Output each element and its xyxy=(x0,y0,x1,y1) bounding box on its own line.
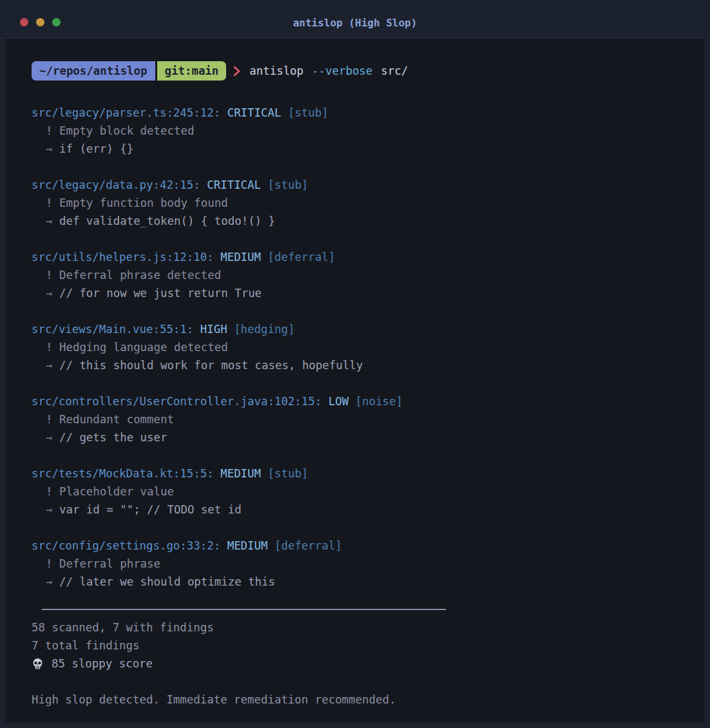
finding-code: var id = ""; // TODO set id xyxy=(59,503,242,516)
finding-block: src/legacy/data.py:42:15: CRITICAL [stub… xyxy=(32,176,705,230)
finding-code-line: → def validate_token() { todo!() } xyxy=(32,212,705,230)
finding-message-line: ! Empty function body found xyxy=(32,194,705,212)
finding-block: src/legacy/parser.ts:245:12: CRITICAL [s… xyxy=(32,104,705,158)
finding-severity: MEDIUM xyxy=(220,467,261,480)
skull-icon xyxy=(32,658,44,670)
finding-code: // later we should optimize this xyxy=(59,575,275,588)
finding-arrow-icon: → xyxy=(46,215,52,227)
finding-message-line: ! Placeholder value xyxy=(32,483,705,501)
finding-bang-icon: ! xyxy=(46,485,52,498)
finding-tag: [hedging] xyxy=(234,323,294,336)
finding-bang-icon: ! xyxy=(46,196,52,209)
finding-header: src/legacy/data.py:42:15: CRITICAL [stub… xyxy=(32,176,705,194)
prompt-line: ~/repos/antislop git:main antislop --ver… xyxy=(32,61,705,81)
terminal-window: antislop (High Slop) ~/repos/antislop gi… xyxy=(0,0,710,728)
finding-code: def validate_token() { todo!() } xyxy=(59,215,275,227)
finding-code: // for now we just return True xyxy=(59,287,262,300)
finding-message-line: ! Deferral phrase detected xyxy=(32,266,705,284)
finding-header: src/legacy/parser.ts:245:12: CRITICAL [s… xyxy=(32,104,705,122)
finding-tag: [stub] xyxy=(268,467,309,480)
finding-message: Empty block detected xyxy=(59,124,194,137)
finding-tag: [stub] xyxy=(268,178,309,191)
finding-block: src/views/Main.vue:55:1: HIGH [hedging] … xyxy=(32,320,705,374)
finding-message: Deferral phrase xyxy=(59,557,160,570)
finding-location: src/utils/helpers.js:12:10: xyxy=(32,251,214,263)
finding-bang-icon: ! xyxy=(46,341,52,354)
summary-divider xyxy=(42,609,446,610)
finding-severity: CRITICAL xyxy=(207,178,261,191)
finding-bang-icon: ! xyxy=(46,413,52,426)
finding-location: src/legacy/parser.ts:245:12: xyxy=(32,106,220,119)
finding-severity: LOW xyxy=(329,395,349,408)
finding-code: // this should work for most cases, hope… xyxy=(59,359,363,372)
finding-location: src/config/settings.go:33:2: xyxy=(32,539,220,552)
finding-severity: CRITICAL xyxy=(227,106,282,119)
finding-header: src/controllers/UserController.java:102:… xyxy=(32,392,705,410)
findings-list: src/legacy/parser.ts:245:12: CRITICAL [s… xyxy=(32,104,705,591)
finding-bang-icon: ! xyxy=(46,269,52,282)
finding-tag: [deferral] xyxy=(268,251,336,263)
finding-message: Hedging language detected xyxy=(59,341,228,354)
prompt-chevron-icon xyxy=(233,65,241,77)
finding-tag: [stub] xyxy=(288,106,329,119)
total-findings-summary: 7 total findings xyxy=(32,637,705,655)
finding-code-line: → var id = ""; // TODO set id xyxy=(32,501,705,519)
finding-code: // gets the user xyxy=(59,431,168,444)
scanned-summary: 58 scanned, 7 with findings xyxy=(32,618,705,637)
window-title: antislop (High Slop) xyxy=(0,17,710,29)
command-flag: --verbose xyxy=(312,64,372,77)
finding-message-line: ! Deferral phrase xyxy=(32,555,705,573)
finding-code-line: → if (err) {} xyxy=(32,140,705,158)
finding-block: src/config/settings.go:33:2: MEDIUM [def… xyxy=(32,537,705,591)
command-arg: src/ xyxy=(381,64,408,77)
finding-message: Redundant comment xyxy=(59,413,174,426)
finding-severity: MEDIUM xyxy=(220,251,261,263)
finding-code: if (err) {} xyxy=(59,142,133,155)
finding-severity: MEDIUM xyxy=(227,539,268,552)
verdict-text: High slop detected. Immediate remediatio… xyxy=(32,691,705,709)
finding-arrow-icon: → xyxy=(46,359,52,372)
finding-message: Empty function body found xyxy=(59,196,228,209)
finding-arrow-icon: → xyxy=(46,142,52,155)
finding-code-line: → // for now we just return True xyxy=(32,284,705,302)
finding-arrow-icon: → xyxy=(46,431,52,444)
summary-section: 58 scanned, 7 with findings 7 total find… xyxy=(32,618,705,673)
finding-message-line: ! Empty block detected xyxy=(32,122,705,140)
cwd-badge: ~/repos/antislop xyxy=(32,61,155,81)
command-text: antislop xyxy=(249,64,303,77)
finding-message: Deferral phrase detected xyxy=(59,269,221,282)
finding-tag: [noise] xyxy=(356,395,403,408)
finding-block: src/tests/MockData.kt:15:5: MEDIUM [stub… xyxy=(32,465,705,519)
finding-block: src/controllers/UserController.java:102:… xyxy=(32,392,705,446)
finding-location: src/controllers/UserController.java:102:… xyxy=(32,395,321,408)
finding-header: src/utils/helpers.js:12:10: MEDIUM [defe… xyxy=(32,248,705,266)
finding-arrow-icon: → xyxy=(46,575,52,588)
finding-code-line: → // this should work for most cases, ho… xyxy=(32,356,705,374)
finding-message-line: ! Redundant comment xyxy=(32,410,705,428)
finding-bang-icon: ! xyxy=(46,124,52,137)
finding-arrow-icon: → xyxy=(46,287,52,300)
finding-location: src/legacy/data.py:42:15: xyxy=(32,178,200,191)
titlebar: antislop (High Slop) xyxy=(0,0,710,39)
finding-message: Placeholder value xyxy=(59,485,174,498)
finding-bang-icon: ! xyxy=(46,557,52,570)
finding-message-line: ! Hedging language detected xyxy=(32,338,705,356)
terminal-content[interactable]: ~/repos/antislop git:main antislop --ver… xyxy=(5,39,705,722)
finding-block: src/utils/helpers.js:12:10: MEDIUM [defe… xyxy=(32,248,705,302)
finding-arrow-icon: → xyxy=(46,503,52,516)
finding-tag: [deferral] xyxy=(274,539,342,552)
git-branch-badge: git:main xyxy=(157,61,227,81)
finding-severity: HIGH xyxy=(200,323,227,336)
finding-code-line: → // gets the user xyxy=(32,428,705,446)
finding-header: src/tests/MockData.kt:15:5: MEDIUM [stub… xyxy=(32,465,705,483)
finding-code-line: → // later we should optimize this xyxy=(32,573,705,591)
sloppy-score-text: 85 sloppy score xyxy=(52,655,153,673)
finding-header: src/config/settings.go:33:2: MEDIUM [def… xyxy=(32,537,705,555)
finding-location: src/views/Main.vue:55:1: xyxy=(32,323,193,336)
finding-header: src/views/Main.vue:55:1: HIGH [hedging] xyxy=(32,320,705,338)
sloppy-score-line: 85 sloppy score xyxy=(32,655,705,673)
finding-location: src/tests/MockData.kt:15:5: xyxy=(32,467,214,480)
